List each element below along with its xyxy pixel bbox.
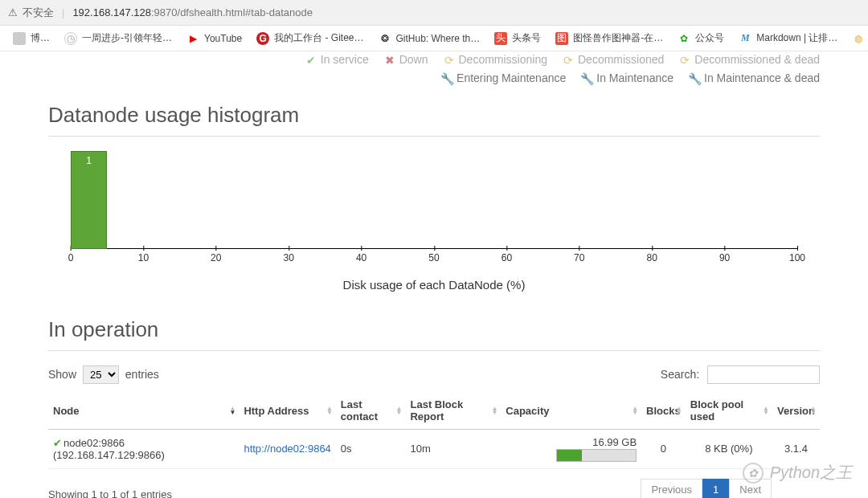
column-header[interactable]: Capacity▲▼ [501,392,641,430]
tick: 40 [356,252,366,263]
column-label: Capacity [506,405,549,417]
sort-icon: ▲▼ [396,406,403,414]
tick: 60 [502,252,512,263]
capacity-bar [556,449,637,462]
legend-icon: ⟳ [562,54,573,65]
url[interactable]: 192.168.147.128:9870/dfshealth.html#tab-… [72,6,313,18]
http-address-link[interactable]: http://node02:9864 [244,443,330,455]
bookmark-item[interactable]: ▶YouTube [180,29,248,48]
pager: Previous 1 Next [641,479,772,498]
histogram-bar: 1 [71,151,107,249]
bookmark-item[interactable]: ◷一周进步-引领年轻… [58,28,178,48]
tick: 100 [789,252,805,263]
bookmark-label: 一周进步-引领年轻… [82,31,172,45]
sort-icon: ▲▼ [229,406,235,414]
show-prefix: Show [48,368,76,381]
sort-icon: ▲▼ [676,406,682,414]
bookmark-label: 我的工作台 - Gitee… [274,31,363,45]
column-label: Node [53,405,80,417]
page-size-select[interactable]: 25 [83,365,119,384]
bookmark-item[interactable]: ◍力扣（LeetCode）… [845,28,868,48]
clock-icon: ◷ [64,32,77,45]
column-header[interactable]: Blocks▲▼ [641,392,686,430]
cell-last-block-report: 10m [405,430,501,469]
histogram-title: Datanode usage histogram [48,103,820,128]
legend-label: Down [399,53,428,66]
legend-item: ⟳Decommissioned & dead [678,53,820,66]
next-button[interactable]: Next [729,479,772,498]
warning-icon: ⚠ [8,6,18,18]
column-header[interactable]: Last Block Report▲▼ [405,392,501,430]
bookmark-label: YouTube [204,33,242,44]
url-host: 192.168.147.128 [72,6,151,18]
legend-icon: ⟳ [443,54,454,65]
tout-icon: 头 [494,32,507,45]
legend-icon: ✖ [383,54,395,65]
bookmark-item[interactable]: G我的工作台 - Gitee… [250,28,370,48]
table-controls: Show 25 entries Search: [48,365,820,384]
divider [48,350,820,351]
separator: | [62,6,64,18]
gzh-icon: ✿ [678,32,690,45]
bookmark-item[interactable]: 博… [6,28,56,48]
column-header[interactable]: Http Address▲▼ [239,392,335,430]
cell-capacity: 16.99 GB [501,430,641,469]
cell-node: ✔node02:9866 (192.168.147.129:9866) [48,430,239,469]
bookmark-label: 头条号 [512,31,541,45]
legend-label: Decommissioned & dead [694,53,820,66]
bookmark-bar: 博…◷一周进步-引领年轻…▶YouTubeG我的工作台 - Gitee…❂Git… [0,26,868,51]
bookmark-item[interactable]: ✿公众号 [671,28,731,48]
sort-icon: ▲▼ [326,406,333,414]
legend-item: ✖Down [383,53,428,66]
tu-icon: 图 [555,32,568,45]
tick: 20 [211,252,221,263]
cell-last-contact: 0s [336,430,406,469]
legend-item: 🔧In Maintenance [580,71,674,84]
insecure-label: 不安全 [23,6,54,20]
bookmark-item[interactable]: ❂GitHub: Where th… [372,29,487,48]
histogram-xlabel: Disk usage of each DataNode (%) [48,278,820,292]
status-ok-icon: ✔ [53,437,62,449]
histogram: 01020304050607080901001 [48,151,820,271]
page-number[interactable]: 1 [702,479,729,498]
column-header[interactable]: Node▲▼ [48,392,239,430]
column-header[interactable]: Last contact▲▼ [336,392,406,430]
column-header[interactable]: Version▲▼ [772,392,820,430]
gh-icon: ❂ [379,32,391,45]
cell-version: 3.1.4 [772,430,820,469]
legend-label: In service [321,53,369,66]
bookmark-label: Markdown | 让排… [756,31,837,45]
md-icon: M [739,32,751,45]
legend-icon: 🔧 [580,72,592,84]
column-label: Block pool used [690,398,743,422]
address-bar: ⚠ 不安全 | 192.168.147.128:9870/dfshealth.h… [0,0,868,26]
tick: 90 [719,252,730,263]
legend-item: 🔧Entering Maintenance [440,71,566,84]
show-suffix: entries [125,368,159,381]
cell-blocks: 0 [641,430,686,469]
operation-title: In operation [48,317,820,342]
tick: 70 [574,252,584,263]
sort-icon: ▲▼ [763,406,769,414]
bookmark-label: 公众号 [695,31,724,45]
legend: ✔In service✖Down⟳Decommissioning⟳Decommi… [48,51,820,85]
bookmark-item[interactable]: 头头条号 [488,28,547,48]
column-label: Last contact [341,398,378,422]
legend-label: Decommissioned [578,53,664,66]
bar-value: 1 [72,155,106,166]
bookmark-item[interactable]: MMarkdown | 让排… [732,28,844,48]
search-label: Search: [661,368,699,381]
bookmark-item[interactable]: 图图怪兽作图神器-在… [549,28,669,48]
bookmark-label: GitHub: Where th… [396,33,481,44]
table-row: ✔node02:9866 (192.168.147.129:9866)http:… [48,430,820,469]
legend-icon: 🔧 [688,72,699,84]
search-input[interactable] [707,365,820,384]
sort-icon: ▲▼ [632,406,638,414]
sort-icon: ▲▼ [491,406,497,414]
legend-icon: 🔧 [440,72,452,84]
prev-button[interactable]: Previous [641,479,702,498]
table-info: Showing 1 to 1 of 1 entries [48,488,172,498]
legend-item: 🔧In Maintenance & dead [688,71,820,84]
sort-icon: ▲▼ [810,406,817,414]
column-header[interactable]: Block pool used▲▼ [686,392,772,430]
